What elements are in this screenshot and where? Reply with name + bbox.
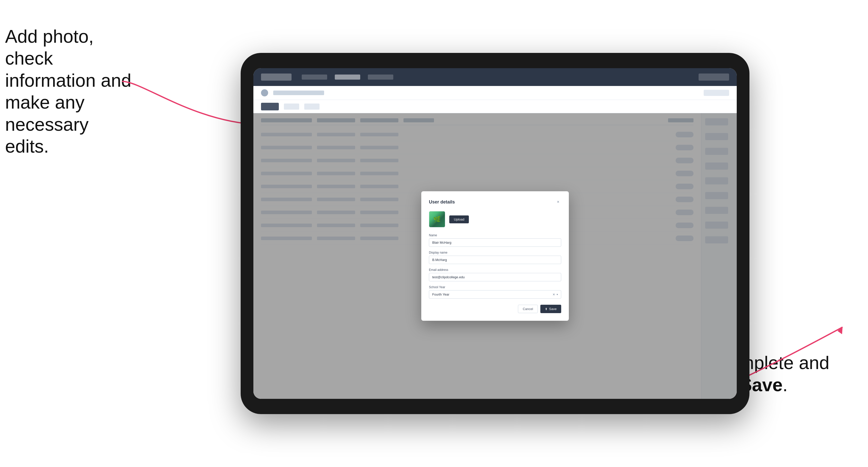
- cancel-button[interactable]: Cancel: [518, 305, 538, 313]
- app-header-right: [699, 73, 729, 81]
- app-header: [253, 68, 737, 86]
- email-label: Email address: [429, 268, 561, 272]
- sub-header-title: [273, 91, 324, 95]
- save-icon: ⬆: [545, 307, 548, 311]
- nav-item-groups[interactable]: [368, 74, 393, 80]
- svg-marker-1: [837, 327, 843, 334]
- modal-title: User details: [429, 199, 455, 205]
- select-controls: ✕ ▾: [553, 293, 558, 296]
- chevron-down-icon[interactable]: ▾: [557, 293, 558, 296]
- school-year-select[interactable]: Fourth Year ✕ ▾: [429, 290, 561, 299]
- school-year-value: Fourth Year: [432, 292, 553, 296]
- photo-section: Upload: [429, 211, 561, 227]
- app-logo: [261, 73, 291, 81]
- email-input[interactable]: [429, 273, 561, 281]
- school-year-label: School Year: [429, 285, 561, 289]
- name-label: Name: [429, 234, 561, 237]
- upload-photo-button[interactable]: Upload: [449, 215, 469, 223]
- app-nav: [302, 74, 688, 80]
- modal-header: User details ×: [429, 199, 561, 205]
- sub-header-action[interactable]: [704, 90, 729, 96]
- main-content: User details × Upload Name: [253, 113, 737, 399]
- toolbar-spacer-2: [304, 103, 319, 110]
- sub-header-icon: [261, 89, 268, 96]
- school-year-select-wrapper: Fourth Year ✕ ▾: [429, 290, 561, 299]
- name-input[interactable]: [429, 238, 561, 247]
- modal-footer: Cancel ⬆ Save: [429, 305, 561, 313]
- select-clear-icon[interactable]: ✕: [553, 293, 555, 296]
- header-settings-btn[interactable]: [699, 73, 729, 81]
- nav-item-connections[interactable]: [302, 74, 327, 80]
- email-field-group: Email address: [429, 268, 561, 281]
- tablet-screen: User details × Upload Name: [253, 68, 737, 399]
- user-avatar: [429, 211, 445, 227]
- user-details-modal: User details × Upload Name: [421, 191, 569, 321]
- tablet-device: User details × Upload Name: [241, 53, 749, 414]
- save-button-label: Save: [549, 307, 557, 311]
- toolbar-spacer-1: [284, 103, 299, 110]
- modal-overlay: User details × Upload Name: [253, 113, 737, 399]
- school-year-field-group: School Year Fourth Year ✕ ▾: [429, 285, 561, 299]
- display-name-input[interactable]: [429, 256, 561, 264]
- nav-item-activity[interactable]: [335, 74, 360, 80]
- save-button[interactable]: ⬆ Save: [540, 305, 561, 313]
- toolbar: [253, 100, 737, 113]
- close-icon[interactable]: ×: [555, 199, 561, 205]
- display-name-field-group: Display name: [429, 251, 561, 264]
- toolbar-primary-btn[interactable]: [261, 103, 279, 111]
- annotation-left: Add photo, check information and make an…: [5, 25, 132, 157]
- name-field-group: Name: [429, 234, 561, 247]
- sub-header: [253, 86, 737, 100]
- display-name-label: Display name: [429, 251, 561, 254]
- avatar-image: [429, 211, 445, 227]
